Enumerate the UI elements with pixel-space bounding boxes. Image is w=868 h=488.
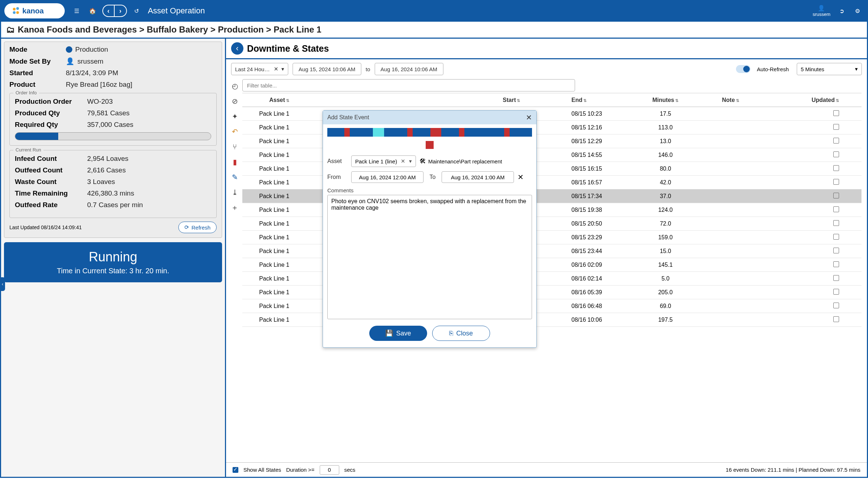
tool-delete-icon[interactable]: ▮ (230, 157, 240, 167)
col-minutes[interactable]: Minutes (652, 97, 674, 103)
svg-point-0 (13, 8, 16, 10)
progress-bar (15, 132, 211, 140)
modal-comments-input[interactable] (327, 195, 532, 319)
updated-checkbox[interactable] (833, 220, 839, 226)
updated-checkbox[interactable] (833, 124, 839, 130)
date-to-input[interactable]: Aug 16, 2024 10:06 AM (375, 63, 443, 75)
section-header: ‹ Downtime & States (226, 39, 867, 59)
cell-updated (767, 110, 854, 117)
updated-checkbox[interactable] (833, 248, 839, 253)
cell-asset: Pack Line 1 (242, 207, 304, 213)
col-end[interactable]: End (571, 97, 582, 103)
close-button[interactable]: ⎘Close (432, 326, 490, 341)
table-filter-input[interactable] (242, 79, 575, 91)
modal-to-label: To (427, 174, 438, 180)
svg-point-3 (16, 11, 19, 14)
add-state-event-modal: Add State Event ✕ Asset Pack Line 1 (lin… (323, 110, 537, 348)
cell-end: 08/15 10:23 (568, 111, 637, 117)
save-icon: 💾 (385, 329, 393, 337)
cell-asset: Pack Line 1 (242, 234, 304, 241)
updated-checkbox[interactable] (833, 316, 839, 322)
tool-split-icon[interactable]: ⑂ (230, 142, 240, 152)
updated-checkbox[interactable] (833, 151, 839, 157)
updated-checkbox[interactable] (833, 193, 839, 198)
cell-asset: Pack Line 1 (242, 248, 304, 254)
cell-end: 08/15 17:34 (568, 193, 637, 200)
menu-icon[interactable]: ☰ (71, 5, 83, 17)
history-icon[interactable]: ↺ (131, 5, 143, 17)
waste-value: 3 Loaves (87, 178, 115, 186)
updated-checkbox[interactable] (833, 303, 839, 308)
modal-close-icon[interactable]: ✕ (526, 113, 532, 122)
nav-back-button[interactable]: ‹ (102, 5, 115, 17)
clear-icon[interactable]: ✕ (401, 158, 405, 164)
updated-checkbox[interactable] (833, 206, 839, 212)
mode-set-by-label: Mode Set By (9, 57, 66, 65)
cell-minutes: 42.0 (637, 179, 694, 186)
cell-end: 08/15 14:55 (568, 152, 637, 158)
tool-add-icon[interactable]: ＋ (230, 202, 240, 213)
cell-minutes: 124.0 (637, 207, 694, 213)
cell-updated (767, 124, 854, 131)
tool-undo-icon[interactable]: ↶ (230, 127, 240, 137)
duration-input[interactable] (320, 465, 339, 475)
cell-minutes: 159.0 (637, 234, 694, 241)
modal-asset-select[interactable]: Pack Line 1 (line) ✕ ▾ (351, 155, 416, 167)
col-start[interactable]: Start (503, 97, 516, 103)
updated-checkbox[interactable] (833, 261, 839, 267)
cell-updated (767, 234, 854, 241)
cell-minutes: 5.0 (637, 275, 694, 282)
modal-state-display[interactable]: 🛠 Maintenance\Part replacement (420, 158, 502, 165)
current-run-legend: Current Run (13, 147, 43, 153)
refresh-interval-select[interactable]: 5 Minutes▾ (797, 63, 862, 75)
mode-value: Production (75, 46, 108, 53)
updated-checkbox[interactable] (833, 234, 839, 240)
show-all-checkbox[interactable] (233, 467, 238, 473)
clear-icon[interactable]: ✕ (274, 66, 278, 72)
cell-updated (767, 206, 854, 214)
tool-edit-icon[interactable]: ✎ (230, 172, 240, 182)
tool-timer-icon[interactable]: ◴ (230, 81, 240, 91)
started-label: Started (9, 69, 66, 77)
save-button[interactable]: 💾Save (369, 326, 427, 341)
settings-icon[interactable]: ⚙ (851, 5, 864, 17)
updated-checkbox[interactable] (833, 179, 839, 185)
col-note[interactable]: Note (722, 97, 735, 103)
login-icon[interactable]: ➲ (835, 5, 848, 17)
date-from-input[interactable]: Aug 15, 2024 10:06 AM (293, 63, 361, 75)
modal-to-input[interactable]: Aug 16, 2024 1:00 AM (442, 171, 514, 183)
cell-minutes: 197.5 (637, 317, 694, 323)
to-label: to (366, 66, 370, 72)
user-badge[interactable]: 👤 srussem (813, 5, 830, 17)
time-remaining-value: 426,380.3 mins (87, 189, 134, 197)
updated-checkbox[interactable] (833, 165, 839, 171)
timeline-marker[interactable] (426, 141, 434, 149)
tool-wand-icon[interactable]: ✦ (230, 111, 240, 121)
updated-checkbox[interactable] (833, 110, 839, 116)
section-back-button[interactable]: ‹ (231, 42, 243, 55)
breadcrumb[interactable]: 🗂 Kanoa Foods and Beverages > Buffalo Ba… (6, 25, 862, 35)
tool-disable-icon[interactable]: ⊘ (230, 96, 240, 106)
updated-checkbox[interactable] (833, 275, 839, 281)
home-icon[interactable]: 🏠 (86, 5, 99, 17)
clear-dates-icon[interactable]: ✕ (518, 173, 524, 181)
cell-minutes: 69.0 (637, 303, 694, 309)
col-asset[interactable]: Asset (269, 97, 285, 103)
auto-refresh-toggle[interactable] (736, 65, 750, 73)
table-footer: Show All States Duration >= secs 16 even… (226, 462, 867, 477)
updated-checkbox[interactable] (833, 138, 839, 144)
panel-collapse-handle[interactable]: ‹ (0, 277, 5, 291)
nav-forward-button[interactable]: › (115, 5, 127, 17)
cell-asset: Pack Line 1 (242, 221, 304, 227)
cell-minutes: 15.0 (637, 248, 694, 254)
range-preset-select[interactable]: Last 24 Hou… ✕▾ (231, 63, 288, 75)
modal-from-input[interactable]: Aug 16, 2024 12:00 AM (351, 171, 424, 183)
tool-export-icon[interactable]: ⤓ (230, 187, 240, 197)
updated-checkbox[interactable] (833, 289, 839, 295)
col-updated[interactable]: Updated (812, 97, 835, 103)
cell-updated (767, 138, 854, 145)
last-updated: Last Updated 08/16/24 14:09:41 (9, 224, 82, 230)
cell-minutes: 145.1 (637, 262, 694, 268)
outfeed-rate-value: 0.7 Cases per min (87, 201, 143, 209)
refresh-button[interactable]: ⟳Refresh (178, 222, 217, 233)
